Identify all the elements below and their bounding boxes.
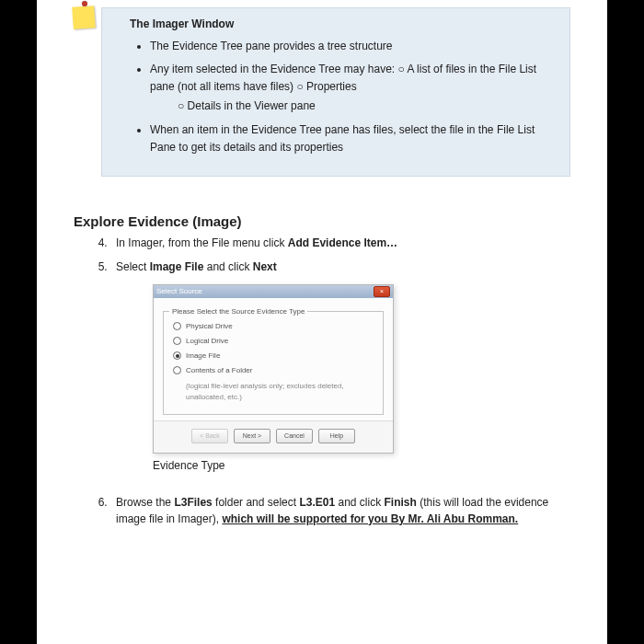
figure-caption: Evidence Type	[153, 457, 570, 474]
note-title: The Imager Window	[130, 17, 553, 30]
steps-list: In Imager, from the File menu click Add …	[110, 235, 570, 527]
note-bullet: Any item selected in the Evidence Tree m…	[150, 61, 553, 116]
dialog-title: Select Source	[156, 286, 202, 297]
note-bullet-list: The Evidence Tree pane provides a tree s…	[135, 38, 553, 157]
dialog-footer: < Back Next > Cancel Help	[154, 420, 393, 453]
document-page: The Imager Window The Evidence Tree pane…	[37, 0, 607, 644]
select-source-dialog: Select Source × Please Select the Source…	[153, 284, 394, 454]
note-sub-bullet: ○ Details in the Viewer pane	[178, 97, 553, 117]
radio-icon	[173, 322, 181, 330]
dialog-titlebar: Select Source ×	[154, 285, 393, 298]
group-label: Please Select the Source Evidence Type	[169, 306, 307, 317]
radio-option-physical[interactable]: Physical Drive	[173, 321, 374, 332]
step-6: Browse the L3Files folder and select L3.…	[110, 494, 570, 527]
radio-icon	[173, 337, 181, 345]
radio-option-logical[interactable]: Logical Drive	[173, 336, 374, 347]
sticky-note-icon	[71, 1, 98, 29]
back-button[interactable]: < Back	[191, 429, 228, 443]
cancel-button[interactable]: Cancel	[276, 429, 313, 443]
step-4: In Imager, from the File menu click Add …	[110, 235, 570, 251]
note-box: The Imager Window The Evidence Tree pane…	[101, 7, 570, 177]
dialog-body: Please Select the Source Evidence Type P…	[154, 298, 393, 420]
radio-icon	[173, 351, 181, 360]
help-button[interactable]: Help	[318, 429, 355, 443]
step-5: Select Image File and click Next Select …	[110, 259, 570, 474]
note-bullet: When an item in the Evidence Tree pane h…	[150, 121, 553, 156]
radio-option-folder[interactable]: Contents of a Folder (logical file-level…	[173, 365, 374, 403]
close-icon[interactable]: ×	[374, 286, 390, 297]
section-title: Explore Evidence (Image)	[74, 213, 570, 229]
source-type-group: Please Select the Source Evidence Type P…	[163, 311, 384, 415]
radio-icon	[173, 366, 181, 374]
next-button[interactable]: Next >	[234, 429, 270, 443]
radio-option-image-file[interactable]: Image File	[173, 351, 374, 362]
note-bullet: The Evidence Tree pane provides a tree s…	[150, 38, 553, 55]
